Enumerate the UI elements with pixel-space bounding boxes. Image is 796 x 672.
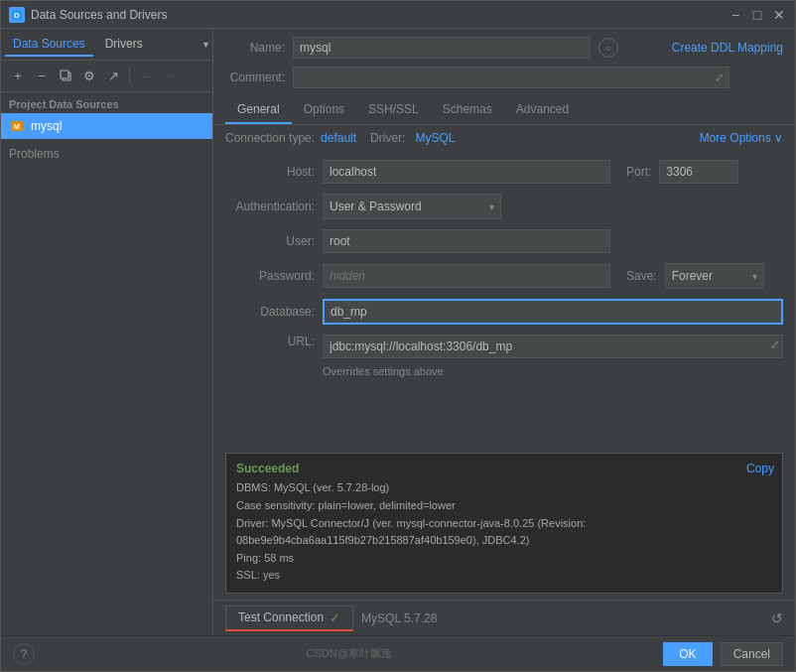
export-button[interactable]: ↗ [102, 66, 124, 87]
svg-text:M: M [14, 123, 20, 130]
sub-tabs: General Options SSH/SSL Schemas Advanced [213, 96, 795, 125]
auth-dropdown-icon: ▾ [489, 202, 494, 212]
left-panel: Data Sources Drivers ▾ + − ⚙ ↗ ← → [1, 29, 213, 635]
save-label: Save: [626, 269, 657, 283]
mysql-version-label: MySQL 5.7.28 [361, 611, 437, 625]
auth-row: Authentication: User & Password ▾ [225, 189, 783, 224]
refresh-button[interactable]: ↺ [771, 610, 783, 626]
url-label: URL: [225, 335, 315, 348]
svg-rect-3 [61, 70, 68, 78]
auth-label: Authentication: [225, 200, 315, 213]
test-conn-label: Test Connection [238, 610, 324, 624]
driver-label: Driver: [370, 131, 405, 145]
mysql-icon: M [9, 118, 25, 134]
minimize-button[interactable]: − [728, 7, 743, 23]
driver-value[interactable]: MySQL [415, 131, 455, 145]
host-label: Host: [225, 165, 315, 179]
settings-button[interactable]: ⚙ [78, 66, 100, 87]
help-button[interactable]: ? [13, 643, 35, 665]
add-datasource-button[interactable]: + [7, 66, 29, 87]
url-hint: Overrides settings above [225, 363, 783, 377]
copy-datasource-button[interactable] [55, 66, 76, 87]
host-input[interactable] [323, 160, 610, 184]
conn-type-value[interactable]: default [321, 131, 356, 145]
user-row: User: [225, 224, 783, 258]
auth-select[interactable]: User & Password ▾ [323, 194, 501, 219]
user-input[interactable] [323, 229, 610, 253]
project-datasources-label: Project Data Sources [1, 92, 212, 113]
more-options-button[interactable]: More Options ∨ [700, 131, 783, 145]
comment-field-label: Comment: [225, 70, 285, 84]
content-area: Data Sources Drivers ▾ + − ⚙ ↗ ← → [1, 29, 795, 635]
main-window: D Data Sources and Drivers − □ ✕ Data So… [0, 0, 796, 672]
url-expand-icon[interactable]: ⤢ [770, 338, 779, 351]
tab-schemas[interactable]: Schemas [431, 96, 504, 124]
comment-input[interactable] [293, 67, 730, 88]
expand-icon[interactable]: ⤢ [715, 71, 724, 84]
database-input[interactable] [323, 299, 783, 325]
main-tabs-row: Data Sources Drivers ▾ [1, 29, 212, 61]
window-controls: − □ ✕ [728, 7, 787, 23]
success-line-1: DBMS: MySQL (ver. 5.7.28-log) [236, 479, 772, 497]
success-text: DBMS: MySQL (ver. 5.7.28-log) Case sensi… [236, 479, 772, 585]
database-row: Database: [225, 294, 783, 330]
bottom-actions-bar: ? CSDN@寒叶飘逸 OK Cancel [1, 635, 795, 671]
remove-datasource-button[interactable]: − [31, 66, 53, 87]
problems-label: Problems [9, 147, 60, 161]
url-input-wrapper: ⤢ [323, 335, 783, 358]
url-input[interactable] [323, 335, 783, 358]
tabs-dropdown-icon[interactable]: ▾ [203, 39, 208, 50]
password-input[interactable] [323, 264, 610, 288]
success-panel: Succeeded Copy DBMS: MySQL (ver. 5.7.28-… [225, 453, 783, 594]
port-label: Port: [626, 165, 651, 179]
tab-datasources[interactable]: Data Sources [5, 33, 93, 57]
host-row: Host: Port: [225, 155, 783, 189]
password-label: Password: [225, 269, 315, 283]
database-label: Database: [225, 305, 315, 319]
help-icon: ? [21, 647, 28, 661]
password-row: Password: Save: Forever ▾ [225, 258, 783, 294]
test-conn-check-icon: ✓ [330, 610, 340, 625]
comment-row: Comment: ⤢ [213, 63, 795, 92]
user-label: User: [225, 234, 315, 248]
test-connection-button[interactable]: Test Connection ✓ [225, 605, 353, 631]
url-row: URL: ⤢ [225, 330, 783, 363]
tab-advanced[interactable]: Advanced [504, 96, 581, 124]
success-line-2: Case sensitivity: plain=lower, delimited… [236, 497, 772, 515]
datasource-mysql-label: mysql [31, 119, 62, 133]
bottom-test-bar: Test Connection ✓ MySQL 5.7.28 ↺ [213, 600, 795, 635]
ok-button[interactable]: OK [663, 642, 712, 666]
name-input[interactable] [293, 37, 591, 59]
tab-options[interactable]: Options [292, 96, 356, 124]
maximize-button[interactable]: □ [749, 7, 765, 23]
save-select[interactable]: Forever ▾ [665, 263, 764, 289]
title-bar: D Data Sources and Drivers − □ ✕ [1, 1, 795, 29]
back-button[interactable]: ← [135, 66, 157, 87]
close-button[interactable]: ✕ [771, 7, 787, 23]
conn-type-row: Connection type: default Driver: MySQL M… [213, 125, 795, 151]
save-select-text: Forever [672, 269, 752, 283]
action-buttons: OK Cancel [663, 642, 783, 666]
cancel-button[interactable]: Cancel [721, 642, 783, 666]
create-ddl-link[interactable]: Create DDL Mapping [672, 41, 783, 55]
tab-drivers[interactable]: Drivers [97, 33, 151, 57]
spinner-icon: ○ [598, 38, 618, 58]
success-line-6: SSL: yes [236, 567, 772, 585]
copy-button[interactable]: Copy [746, 462, 774, 475]
name-field-label: Name: [225, 41, 285, 55]
watermark-text: CSDN@寒叶飘逸 [306, 646, 391, 661]
form-section: Host: Port: Authentication: User & Passw… [213, 151, 795, 447]
tab-general[interactable]: General [225, 96, 292, 124]
problems-section: Problems [1, 139, 212, 169]
success-line-5: Ping: 58 ms [236, 550, 772, 568]
tab-sshssl[interactable]: SSH/SSL [356, 96, 431, 124]
success-line-3: Driver: MySQL Connector/J (ver. mysql-co… [236, 515, 772, 533]
port-input[interactable] [659, 160, 738, 184]
left-toolbar: + − ⚙ ↗ ← → [1, 61, 212, 92]
datasource-mysql[interactable]: M mysql [1, 113, 212, 139]
conn-type-label: Connection type: [225, 131, 315, 145]
window-title: Data Sources and Drivers [31, 8, 728, 22]
success-title: Succeeded [236, 462, 772, 475]
forward-button[interactable]: → [159, 66, 181, 87]
save-dropdown-icon: ▾ [752, 271, 757, 282]
